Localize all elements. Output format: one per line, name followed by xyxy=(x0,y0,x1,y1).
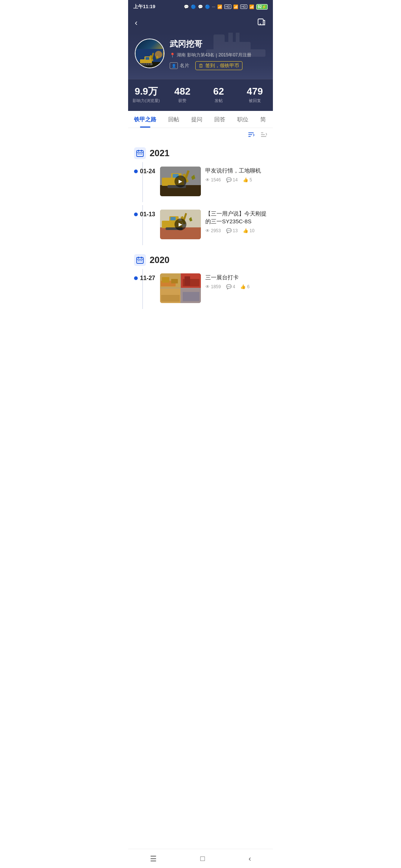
svg-rect-3 xyxy=(213,34,225,51)
likes-count-0113: 10 xyxy=(250,228,254,233)
post-meta-0124: 👁 1546 💬 14 👍 5 xyxy=(205,177,267,183)
back-button[interactable]: ‹ xyxy=(135,19,137,27)
svg-rect-63 xyxy=(171,279,178,283)
timeline-item-0113: 01-13 xyxy=(128,205,273,245)
svg-rect-59 xyxy=(141,260,142,261)
play-button-0124[interactable]: ▶ xyxy=(175,175,186,187)
comments-count-0113: 13 xyxy=(233,228,238,233)
date-text-1127: 11-27 xyxy=(140,275,155,282)
stat-likes[interactable]: 482 获赞 xyxy=(164,86,201,103)
svg-rect-68 xyxy=(161,295,180,302)
thumbnail-1127[interactable] xyxy=(160,273,201,303)
avatar[interactable] xyxy=(135,39,164,68)
sort-bar xyxy=(128,128,273,140)
date-col-0113: 01-13 xyxy=(134,210,160,218)
play-button-0113[interactable]: ▶ xyxy=(175,218,186,230)
grid-svg-1 xyxy=(160,273,180,288)
sort-asc-button[interactable] xyxy=(260,132,267,138)
post-info-1127: 三一展台打卡 👁 1859 💬 4 👍 6 xyxy=(205,273,267,289)
comments-0113: 💬 13 xyxy=(226,228,238,233)
battery-indicator: 92⚡ xyxy=(256,4,268,10)
content-col-0124[interactable]: ▶ 甲友说行情，工地聊机 👁 1546 💬 14 xyxy=(160,167,267,196)
post-title-0113: 【三一用户说】今天刚提的三一SY235C-8S xyxy=(205,210,267,225)
meta-divider: | xyxy=(216,53,217,58)
likes-1127: 👍 6 xyxy=(240,284,250,289)
status-bar: 上午11:19 💬 🔵 💬 🔵 ··· 📶 HD 📶 HD 📶 92⚡ xyxy=(128,0,273,13)
sort-asc-icon xyxy=(260,132,267,138)
timeline: 2021 01-24 xyxy=(128,140,273,327)
thumbnail-0113[interactable]: ▶ xyxy=(160,210,201,239)
card-label: 名片 xyxy=(180,62,189,69)
svg-rect-58 xyxy=(140,260,141,261)
tab-position[interactable]: 职位 xyxy=(231,111,254,128)
status-icons: 💬 🔵 💬 🔵 ··· 📶 HD 📶 HD 📶 92⚡ xyxy=(184,4,268,10)
post-info-0124: 甲友说行情，工地聊机 👁 1546 💬 14 👍 5 xyxy=(205,167,267,183)
bg-decoration xyxy=(199,33,273,79)
avatar-excavator-svg xyxy=(136,49,163,68)
svg-rect-48 xyxy=(170,217,176,220)
views-count-1127: 1859 xyxy=(211,284,221,289)
post-meta-1127: 👁 1859 💬 4 👍 6 xyxy=(205,284,267,289)
hd-icon: HD xyxy=(224,4,231,9)
svg-rect-31 xyxy=(138,154,139,154)
qq2-icon: 🔵 xyxy=(205,4,210,9)
tab-reply[interactable]: 回帖 xyxy=(162,111,185,128)
more-icon: ··· xyxy=(212,4,215,9)
year-section-2020: 2020 11-27 xyxy=(128,250,273,309)
svg-rect-19 xyxy=(149,63,150,65)
share-button[interactable] xyxy=(257,17,266,29)
post-meta-0113: 👁 2953 💬 13 👍 10 xyxy=(205,228,267,233)
tab-question[interactable]: 提问 xyxy=(185,111,208,128)
tab-simple[interactable]: 简 xyxy=(254,111,272,128)
svg-rect-16 xyxy=(142,63,144,65)
profile-actions: 👤 名片 🗓 签到，领铁甲币 xyxy=(170,61,266,70)
year-header-2021: 2021 xyxy=(128,143,273,162)
likes-count-0124: 5 xyxy=(250,177,252,183)
comment-icon-3: 💬 xyxy=(226,284,232,289)
stat-replies[interactable]: 479 被回复 xyxy=(237,86,273,103)
tab-tiejia-road[interactable]: 铁甲之路 xyxy=(128,111,162,128)
year-header-2020: 2020 xyxy=(128,250,273,269)
date-col-0124: 01-24 xyxy=(134,167,160,175)
top-nav: ‹ xyxy=(128,13,273,33)
svg-rect-62 xyxy=(162,277,169,283)
svg-rect-33 xyxy=(141,154,142,154)
svg-rect-4 xyxy=(228,33,233,44)
content-col-0113[interactable]: ▶ 【三一用户说】今天刚提的三一SY235C-8S 👁 2953 💬 13 xyxy=(160,210,267,239)
timeline-item-1127: 11-27 xyxy=(128,269,273,309)
date-text-0113: 01-13 xyxy=(140,211,155,218)
profile-name: 武冈挖哥 xyxy=(170,39,266,50)
content-col-1127[interactable]: 三一展台打卡 👁 1859 💬 4 👍 6 xyxy=(160,273,267,303)
grid-svg-3 xyxy=(160,288,180,303)
register-text: 2015年07月注册 xyxy=(218,52,251,58)
timeline-dot-3 xyxy=(134,276,138,280)
stat-likes-value: 482 xyxy=(164,86,201,97)
location-text: 湖南 xyxy=(177,52,186,58)
wifi-icon: 📶 xyxy=(217,4,222,9)
grid-cell-3 xyxy=(160,288,180,303)
comments-1127: 💬 4 xyxy=(226,284,235,289)
stat-influence[interactable]: 9.9万 影响力(浏览量) xyxy=(128,86,164,103)
thumbnail-0124[interactable]: ▶ xyxy=(160,167,201,196)
wechat-icon: 💬 xyxy=(184,4,189,9)
profile-info: 武冈挖哥 📍 湖南 影响力第43名 | 2015年07月注册 👤 名片 🗓 签到… xyxy=(170,39,266,70)
stat-posts[interactable]: 62 发帖 xyxy=(200,86,237,103)
views-1127: 👁 1859 xyxy=(205,284,221,289)
svg-rect-18 xyxy=(147,63,148,65)
likes-0124: 👍 5 xyxy=(243,177,252,183)
grid-cell-2 xyxy=(181,273,201,288)
year-label-2021: 2021 xyxy=(150,148,169,158)
like-icon-3: 👍 xyxy=(240,284,246,289)
card-action[interactable]: 👤 名片 xyxy=(170,62,189,69)
tabs-row: 铁甲之路 回帖 提问 回答 职位 简 xyxy=(128,111,273,128)
comment-icon: 💬 xyxy=(226,177,232,183)
svg-rect-17 xyxy=(144,63,146,65)
comments-count-0124: 14 xyxy=(233,177,238,183)
tab-answer[interactable]: 回答 xyxy=(208,111,231,128)
comments-0124: 💬 14 xyxy=(226,177,238,183)
calendar-icon-2020 xyxy=(134,254,146,266)
stat-posts-label: 发帖 xyxy=(200,98,237,103)
stat-replies-value: 479 xyxy=(237,86,273,97)
location-icon: 📍 xyxy=(170,53,175,58)
sort-desc-button[interactable] xyxy=(248,132,254,138)
